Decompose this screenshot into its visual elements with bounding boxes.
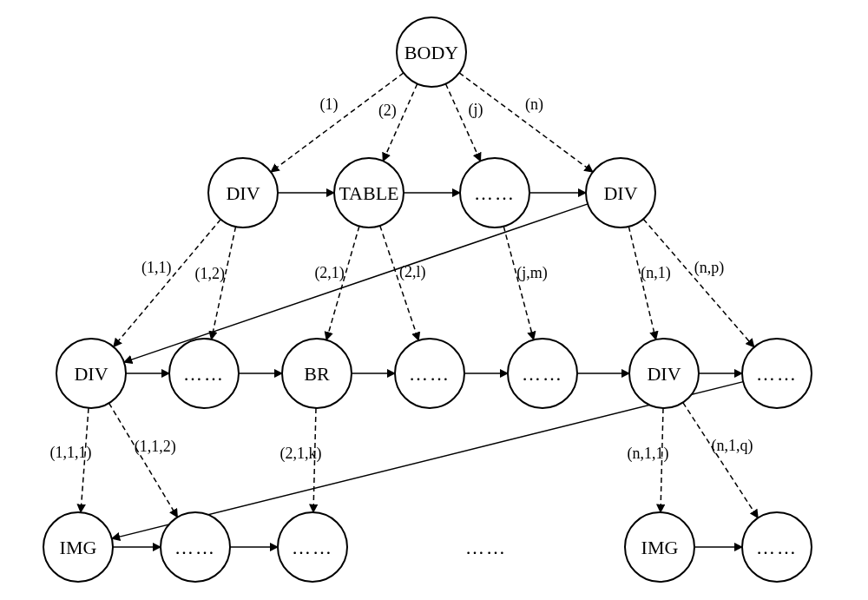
edge-label-5: (1,2) [195,265,226,283]
node-label-l3_1: IMG [60,537,97,558]
edge-label-3: (n) [525,96,543,114]
edge-parent-root-l1_3 [445,83,480,161]
node-l3_3: …… [278,512,347,582]
node-label-l3_4: IMG [641,537,679,558]
node-l2_7: …… [742,339,812,408]
node-label-l3_2: …… [174,537,216,558]
edge-label-7: (2,l) [399,263,426,281]
edge-parent-l1_1-l2_1 [114,220,220,347]
edge-label-14: (n,1,1) [628,445,669,463]
edge-wrap-l1_4-l2_1 [124,204,588,362]
edge-parent-root-l1_1 [271,73,404,172]
node-label-l3_5: …… [756,537,798,558]
node-l2_5: …… [508,339,577,408]
edge-parent-l1_1-l2_2 [211,227,235,340]
node-l1_2: TABLE [334,158,404,227]
edge-label-8: (j,m) [516,264,548,282]
node-label-root: BODY [404,42,458,63]
edge-parent-l1_2-l2_4 [380,226,418,340]
node-label-l1_1: DIV [226,182,260,204]
node-l1_3: …… [460,158,529,227]
node-label-l2_4: …… [409,363,450,385]
edge-parent-l2_1-l3_2 [109,403,178,517]
edge-label-15: (n,1,q) [711,437,753,455]
edge-label-13: (2,1,k) [280,445,322,463]
edge-label-12: (1,1,2) [135,438,176,456]
node-l3_1: IMG [43,512,113,582]
edge-parent-l1_3-l2_5 [503,227,534,340]
edge-label-9: (n,1) [641,264,671,282]
node-label-l3_3: …… [292,537,333,558]
node-label-l1_3: …… [474,182,516,204]
node-label-l2_6: DIV [647,363,681,385]
node-l2_4: …… [395,339,464,408]
node-l2_6: DIV [629,339,699,408]
node-l2_1: DIV [56,339,126,408]
dom-tree-diagram: BODYDIVTABLE……DIVDIV……BR…………DIV……IMG…………… [0,0,868,600]
node-label-l2_2: …… [183,363,225,385]
node-label-l1_2: TABLE [339,182,398,204]
node-l3_4: IMG [625,512,694,582]
node-l3_2: …… [161,512,230,582]
node-l1_4: DIV [586,158,655,227]
edge-parent-root-l1_2 [383,84,418,162]
edge-label-11: (1,1,1) [50,444,92,462]
node-l1_1: DIV [208,158,278,227]
tree-nodes: BODYDIVTABLE……DIVDIV……BR…………DIV……IMG…………… [43,17,812,582]
edge-label-2: (j) [469,101,483,119]
edge-label-6: (2,1) [314,264,345,282]
node-root: BODY [397,17,466,87]
edge-label-0: (1) [319,96,338,114]
edge-labels: (1)(2)(j)(n)(1,1)(1,2)(2,1)(2,l)(j,m)(n,… [50,96,753,462]
edge-parent-l1_4-l2_6 [628,227,655,340]
node-label-l2_5: …… [522,363,563,385]
node-label-l2_7: …… [756,363,798,385]
edge-label-4: (1,1) [141,259,172,277]
edge-parent-l2_6-l3_5 [683,403,758,518]
ellipsis-free: …… [465,537,507,558]
node-label-l2_3: BR [304,363,330,385]
edge-label-1: (2) [378,102,397,120]
node-l3_5: …… [742,512,812,582]
node-l2_3: BR [282,339,352,408]
edge-parent-l1_4-l2_7 [643,219,754,347]
node-label-l1_4: DIV [603,182,637,204]
edge-label-10: (n,p) [694,259,725,277]
node-l2_2: …… [169,339,239,408]
node-label-l2_1: DIV [74,363,108,385]
